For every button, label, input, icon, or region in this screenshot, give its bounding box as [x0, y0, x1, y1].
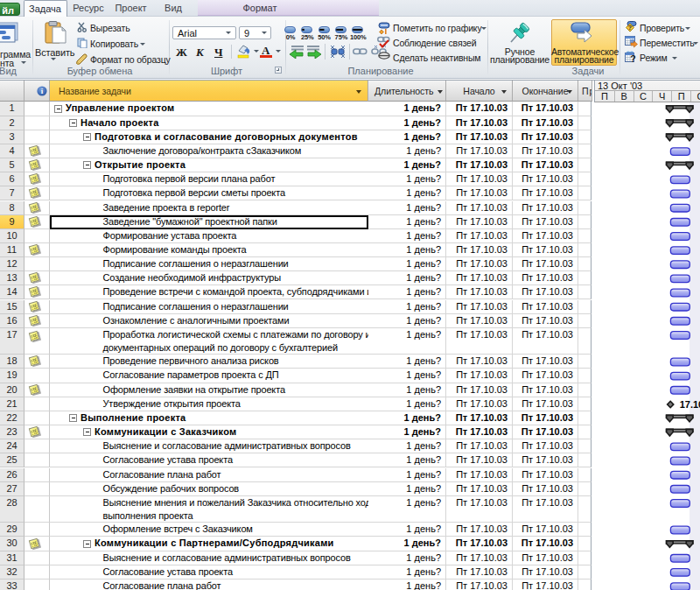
svg-text:17.10.: 17.10. [680, 399, 700, 410]
